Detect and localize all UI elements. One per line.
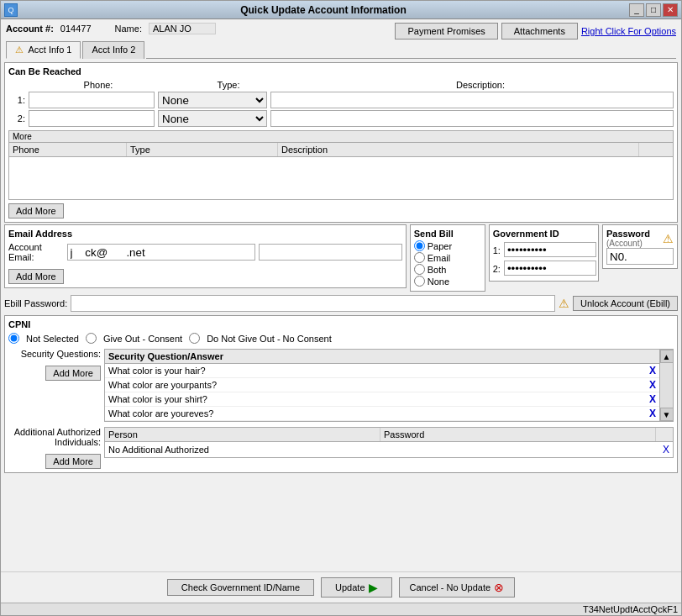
type-col-header: Type:: [170, 80, 287, 90]
check-govt-id-button[interactable]: Check Government ID/Name: [167, 579, 314, 596]
email-extra-input[interactable]: [259, 244, 402, 261]
password-header: Password (Account): [606, 229, 650, 248]
type-1-select[interactable]: None Home Work Cell: [158, 92, 267, 108]
ebill-row: Ebill Password: ⚠ Unlock Account (Ebill): [4, 295, 678, 312]
sq-scrollbar: ▲ ▼: [659, 350, 673, 421]
phone-2-input[interactable]: [29, 110, 155, 127]
sq-scroll-up-button[interactable]: ▲: [660, 350, 674, 363]
sq-delete-2[interactable]: X: [649, 379, 656, 391]
email-input[interactable]: [67, 244, 255, 261]
acct-info-2-tab[interactable]: Acct Info 2: [82, 41, 144, 59]
send-bill-both-label: Both: [428, 265, 447, 275]
sq-row-3: What color is your shirt? X: [105, 392, 659, 407]
send-bill-paper-label: Paper: [428, 241, 452, 251]
send-bill-email-radio[interactable]: [414, 252, 425, 263]
auth-individuals-label-area: Additional Authorized Individuals: Add M…: [8, 427, 101, 469]
send-bill-none-radio[interactable]: [414, 276, 425, 287]
sq-question-1: What color is your hair?: [108, 366, 649, 376]
sq-question-2: What color are yourpants?: [108, 380, 649, 390]
sq-scroll-down-button[interactable]: ▼: [660, 408, 674, 421]
sq-delete-1[interactable]: X: [649, 365, 656, 376]
minimize-button[interactable]: _: [629, 3, 644, 17]
cancel-circle-icon: ⊗: [494, 581, 504, 594]
window-title: Quick Update Account Information: [18, 4, 629, 16]
payment-promises-tab[interactable]: Payment Promises: [395, 23, 497, 39]
phone-add-more-button[interactable]: Add More: [8, 203, 64, 218]
government-id-section: Government ID 1: 2:: [489, 224, 599, 282]
govt-id-2-input[interactable]: [504, 261, 596, 276]
send-bill-email-row: Email: [414, 252, 481, 263]
maximize-button[interactable]: □: [646, 3, 661, 17]
main-window: Q Quick Update Account Information _ □ ✕…: [0, 0, 682, 616]
send-bill-both-row: Both: [414, 264, 481, 275]
auth-person-col: Person: [105, 428, 380, 441]
row-2-num: 2:: [8, 113, 25, 124]
status-text: T34NetUpdtAcctQckF1: [583, 604, 678, 614]
row-1-num: 1:: [8, 95, 25, 105]
send-bill-title: Send Bill: [414, 229, 481, 239]
desc-col-header: Description:: [287, 80, 674, 90]
desc-1-input[interactable]: [270, 92, 674, 108]
type-2-select[interactable]: None Home Work Cell: [158, 110, 267, 127]
password-section: Password (Account) ⚠: [602, 224, 678, 269]
govt-id-1-input[interactable]: [504, 242, 596, 257]
sq-question-3: What color is your shirt?: [108, 394, 649, 404]
warning-icon: ⚠: [15, 45, 24, 55]
email-row: Account Email:: [8, 242, 402, 262]
desc-2-input[interactable]: [270, 110, 674, 127]
auth-delete-1[interactable]: X: [663, 444, 669, 455]
account-row: Account #: 014477 Name: ALAN JO: [6, 23, 216, 34]
cpni-body: Security Questions: Add More Security Qu…: [8, 349, 674, 427]
auth-add-more-button[interactable]: Add More: [45, 454, 101, 469]
security-questions-add-more[interactable]: Add More: [45, 366, 101, 381]
auth-individuals-box: Person Password No Additional Authorized…: [104, 427, 674, 458]
cpni-give-out-radio[interactable]: [86, 333, 97, 344]
password-subtitle: (Account): [606, 239, 650, 248]
send-bill-paper-row: Paper: [414, 240, 481, 251]
account-tabs: ⚠ Acct Info 1 Acct Info 2: [1, 39, 681, 59]
app-icon: Q: [4, 3, 18, 17]
ebill-input[interactable]: [71, 295, 555, 312]
right-click-options[interactable]: Right Click For Options: [581, 26, 676, 36]
auth-individuals-label: Additional Authorized Individuals:: [14, 427, 101, 447]
auth-header: Person Password: [105, 428, 673, 442]
sq-delete-3[interactable]: X: [649, 393, 656, 405]
can-be-reached-title: Can Be Reached: [8, 66, 674, 76]
email-label: Account Email:: [8, 242, 64, 262]
acct-info-1-tab[interactable]: ⚠ Acct Info 1: [6, 41, 81, 59]
password-input[interactable]: [606, 248, 674, 265]
update-button[interactable]: Update ▶: [321, 577, 391, 598]
main-content: Can Be Reached Phone: Type: Description:…: [1, 59, 681, 571]
govt-id-row1-label: 1:: [493, 245, 501, 255]
name-label: Name:: [115, 24, 142, 34]
more-type-col: Type: [127, 143, 278, 156]
send-bill-paper-radio[interactable]: [414, 240, 425, 251]
send-bill-both-radio[interactable]: [414, 264, 425, 275]
attachments-tab[interactable]: Attachments: [501, 23, 578, 39]
security-questions-area: Security Questions: Add More Security Qu…: [8, 349, 674, 422]
auth-no-additional: No Additional Authorized: [108, 445, 663, 455]
sq-content: Security Question/Answer What color is y…: [105, 350, 673, 421]
unlock-ebill-button[interactable]: Unlock Account (Ebill): [573, 296, 678, 311]
cancel-button[interactable]: Cancel - No Update ⊗: [399, 577, 516, 598]
phone-row-1: 1: None Home Work Cell: [8, 92, 674, 108]
send-bill-none-label: None: [428, 276, 449, 287]
sq-question-4: What color are youreves?: [108, 408, 649, 419]
window-controls: _ □ ✕: [629, 3, 678, 17]
cpni-not-selected-radio[interactable]: [8, 333, 19, 344]
more-body: [9, 157, 673, 199]
cpni-radios: Not Selected Give Out - Consent Do Not G…: [8, 333, 674, 344]
govt-id-row-1: 1:: [493, 242, 595, 259]
close-button[interactable]: ✕: [663, 3, 678, 17]
sq-delete-4[interactable]: X: [649, 408, 656, 419]
email-add-more-button[interactable]: Add More: [8, 269, 64, 284]
phone-1-input[interactable]: [29, 92, 155, 108]
title-bar: Q Quick Update Account Information _ □ ✕: [1, 1, 681, 19]
ebill-label: Ebill Password:: [4, 298, 67, 308]
govt-id-row-2: 2:: [493, 261, 595, 277]
security-questions-box: Security Question/Answer What color is y…: [104, 349, 674, 422]
send-bill-email-label: Email: [428, 253, 451, 263]
cpni-do-not-give-out-radio[interactable]: [189, 333, 200, 344]
password-warning-icon: ⚠: [663, 232, 674, 245]
phone-header: Phone: Type: Description:: [8, 80, 674, 90]
